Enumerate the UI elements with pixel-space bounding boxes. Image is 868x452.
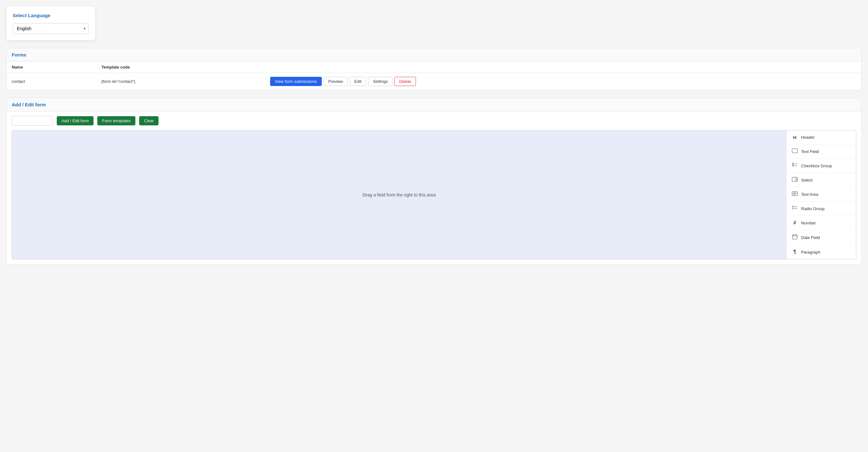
edit-button[interactable]: Edit [350, 77, 366, 86]
delete-button[interactable]: Delete [394, 77, 416, 86]
svg-point-14 [793, 208, 794, 209]
radio-group-icon [792, 206, 798, 211]
field-label-radio-group: Radio Group [801, 206, 825, 211]
field-item-checkbox-group[interactable]: Checkbox Group [786, 159, 856, 173]
drop-area-placeholder: Drag a field from the right to this area [362, 192, 436, 197]
view-submissions-button[interactable]: View form submissions [270, 77, 322, 86]
svg-rect-16 [793, 235, 797, 239]
form-builder-container: Drag a field from the right to this area… [12, 130, 856, 259]
language-card-title: Select Language [13, 13, 89, 18]
add-edit-section: Add / Edit form Add / Edit form Form tem… [6, 98, 862, 265]
language-select[interactable]: English French Spanish German Italian [13, 23, 89, 34]
field-label-text-field: Text Field [801, 149, 819, 154]
svg-rect-1 [793, 163, 794, 164]
forms-section: Forms Name Template code contact {form i… [6, 48, 862, 90]
svg-point-12 [793, 206, 794, 207]
clear-button[interactable]: Clear [139, 116, 158, 125]
form-name-input[interactable] [12, 116, 53, 126]
settings-button[interactable]: Settings [368, 77, 393, 86]
preview-button[interactable]: Preview [324, 77, 348, 86]
text-field-icon [792, 148, 798, 154]
field-label-date-field: Date Field [801, 235, 820, 240]
add-edit-controls: Add / Edit form Form templates Clear [7, 111, 861, 130]
svg-text:▾: ▾ [797, 178, 798, 181]
table-actions: View form submissions Preview Edit Setti… [270, 77, 856, 86]
field-item-header[interactable]: H Header [786, 131, 856, 144]
select-icon: ▾ [792, 177, 798, 183]
language-select-wrapper: English French Spanish German Italian ▾ [13, 23, 89, 34]
table-row: contact {form id="contact"} View form su… [7, 73, 861, 90]
add-edit-section-header: Add / Edit form [7, 98, 861, 111]
number-icon: # [792, 220, 798, 226]
field-label-select: Select [801, 178, 812, 182]
row-template-code: {form id="contact"} [96, 73, 265, 90]
forms-section-title: Forms [12, 52, 26, 57]
page-wrapper: Select Language English French Spanish G… [0, 0, 868, 279]
row-name: contact [7, 73, 96, 90]
field-item-date-field[interactable]: Date Field [786, 230, 856, 245]
svg-rect-0 [792, 149, 798, 153]
field-item-text-field[interactable]: Text Field [786, 144, 856, 159]
svg-rect-3 [793, 165, 794, 166]
language-card: Select Language English French Spanish G… [6, 6, 95, 40]
col-actions [265, 62, 861, 73]
forms-section-header: Forms [7, 48, 861, 62]
col-template-code: Template code [96, 62, 265, 73]
field-item-paragraph[interactable]: ¶ Paragraph [786, 245, 856, 259]
form-templates-button[interactable]: Form templates [97, 116, 135, 125]
checkbox-group-icon [792, 163, 798, 169]
field-label-header: Header [801, 135, 815, 140]
field-item-select[interactable]: ▾ Select [786, 173, 856, 187]
field-label-checkbox-group: Checkbox Group [801, 164, 832, 168]
text-area-icon [792, 191, 798, 197]
field-item-number[interactable]: # Number [786, 216, 856, 230]
paragraph-icon: ¶ [792, 249, 798, 255]
date-field-icon [792, 234, 798, 241]
field-label-text-area: Text Area [801, 192, 818, 197]
field-label-number: Number [801, 221, 816, 225]
form-field-panel: H Header Text Field [786, 131, 856, 259]
add-edit-form-button[interactable]: Add / Edit form [57, 116, 94, 125]
header-icon: H [792, 135, 798, 140]
col-name: Name [7, 62, 96, 73]
field-item-text-area[interactable]: Text Area [786, 187, 856, 202]
row-actions: View form submissions Preview Edit Setti… [265, 73, 861, 90]
add-edit-section-title: Add / Edit form [12, 102, 46, 107]
field-item-radio-group[interactable]: Radio Group [786, 202, 856, 216]
field-label-paragraph: Paragraph [801, 250, 820, 255]
forms-table: Name Template code contact {form id="con… [7, 62, 861, 90]
form-drop-area[interactable]: Drag a field from the right to this area [12, 131, 786, 259]
